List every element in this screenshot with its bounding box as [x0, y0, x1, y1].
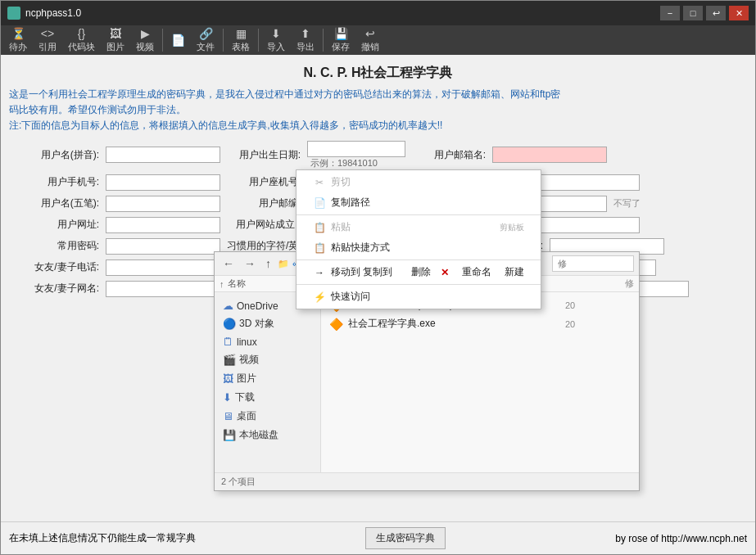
label-username: 用户名(拼音):	[9, 148, 99, 162]
fe-sidebar-images[interactable]: 🖼 图片	[218, 369, 317, 388]
fe-sidebar-video[interactable]: 🎬 视频	[218, 350, 317, 369]
rename-label: 重命名	[462, 265, 491, 279]
file1-date: 20	[565, 300, 631, 310]
fe-back-btn[interactable]: ←	[220, 256, 238, 271]
file2-date: 20	[565, 319, 631, 329]
delete-btn: 删除	[411, 265, 431, 279]
fe-forward-btn[interactable]: →	[241, 256, 259, 271]
input-wubi[interactable]	[106, 196, 220, 212]
fe-sidebar-downloads[interactable]: ⬇ 下载	[218, 388, 317, 407]
title-bar-text: ncphpass1.0	[25, 7, 660, 19]
toolbar-undo[interactable]: ↩ 撤销	[356, 26, 384, 54]
context-menu-cut[interactable]: ✂ 剪切	[297, 172, 541, 192]
label-website: 用户网址:	[9, 218, 99, 232]
input-common-pwd[interactable]	[106, 238, 220, 255]
context-menu-move-to[interactable]: → 移动到 复制到 删除 ✕ 重命名 新建	[297, 262, 541, 282]
fe-search-input[interactable]	[552, 255, 634, 272]
paste-shortcut-icon: 📋	[313, 242, 326, 254]
toolbar-codeblock-label: 代码块	[68, 41, 95, 53]
label-birthday: 用户出生日期:	[227, 148, 301, 162]
clipboard-label: 剪贴板	[500, 222, 524, 233]
file-icon: 📄	[171, 34, 185, 47]
bottom-right-text: by rose of http://www.ncph.net	[615, 533, 747, 544]
fe-sidebar-localdisk[interactable]: 💾 本地磁盘	[218, 426, 317, 444]
toolbar-file[interactable]: 📄	[166, 26, 190, 54]
toolbar-save-label: 保存	[332, 41, 350, 53]
fe-sidebar-linux[interactable]: 🗒 linux	[218, 333, 317, 350]
label-wife-netname: 女友/妻子网名:	[9, 282, 99, 296]
maximize-button[interactable]: □	[683, 6, 703, 20]
fe-up-btn[interactable]: ↑	[262, 256, 274, 271]
cut-icon: ✂	[313, 177, 326, 188]
undo-button[interactable]: ↩	[706, 6, 726, 20]
input-wife-netname[interactable]	[106, 281, 220, 297]
toolbar-image[interactable]: 🖼 图片	[102, 26, 129, 54]
context-menu-quick-access[interactable]: ⚡ 快速访问	[297, 287, 541, 307]
close-button[interactable]: ✕	[729, 6, 749, 20]
toolbar-network[interactable]: 🔗 文件	[192, 26, 220, 54]
input-username[interactable]	[106, 147, 220, 163]
fe-sidebar-3d[interactable]: 🔵 3D 对象	[218, 314, 317, 333]
fe-file-item-2[interactable]: 🔶 社会工程学字典.exe 20	[324, 314, 636, 333]
context-menu-copy-path[interactable]: 📄 复制路径	[297, 192, 541, 213]
label-wife-phone: 女友/妻子电话:	[9, 260, 99, 274]
linux-icon: 🗒	[223, 336, 233, 348]
new-folder-label: 新建	[505, 265, 524, 279]
undo-icon: ↩	[365, 27, 375, 40]
toolbar-export[interactable]: ⬆ 导出	[292, 26, 319, 54]
label-email: 用户邮箱名:	[412, 148, 486, 162]
toolbar-sep4	[323, 29, 324, 52]
image-icon: 🖼	[110, 27, 121, 40]
input-org[interactable]	[525, 217, 640, 233]
app-icon	[7, 7, 20, 20]
fe-sidebar-desktop[interactable]: 🖥 桌面	[218, 407, 317, 426]
toolbar-cite-label: 引用	[38, 41, 57, 53]
toolbar-table[interactable]: ▦ 表格	[227, 26, 255, 54]
video-icon: ▶	[141, 27, 150, 40]
fe-sidebar-video-label: 视频	[239, 353, 259, 367]
3d-icon: 🔵	[223, 318, 236, 330]
input-website[interactable]	[106, 217, 220, 233]
toolbar-pending[interactable]: ⏳ 待办	[4, 26, 32, 54]
info-line2: 码比较有用。希望仅作测试勿用于非法。	[9, 102, 747, 118]
input-phone[interactable]	[106, 174, 220, 191]
toolbar-video[interactable]: ▶ 视频	[131, 26, 159, 54]
file2-name: 社会工程学字典.exe	[348, 317, 560, 331]
paste-icon: 📋	[313, 222, 326, 233]
toolbar-cite[interactable]: <> 引用	[34, 26, 61, 54]
delete-x-icon: ✕	[441, 267, 449, 278]
bottom-bar: 在未填上述信息情况下仍能生成一常规字典 生成密码字典 by rose of ht…	[1, 521, 755, 554]
toolbar-import[interactable]: ⬇ 导入	[262, 26, 290, 54]
input-birthday[interactable]	[307, 141, 405, 157]
context-menu-paste-shortcut[interactable]: 📋 粘贴快捷方式	[297, 237, 541, 258]
toolbar-codeblock[interactable]: {} 代码块	[63, 26, 100, 54]
fe-sidebar-linux-label: linux	[237, 336, 257, 348]
main-window: ncphpass1.0 − □ ↩ ✕ ⏳ 待办 <> 引用 {} 代码块 🖼 …	[0, 0, 756, 555]
fe-tb-date-header: 修	[625, 278, 634, 290]
context-menu-paste[interactable]: 📋 粘贴 剪贴板	[297, 217, 541, 237]
fe-status-bar: 2 个项目	[215, 472, 639, 490]
generate-button[interactable]: 生成密码字典	[365, 527, 446, 549]
pending-icon: ⏳	[11, 27, 25, 40]
input-wife-phone[interactable]	[106, 259, 220, 276]
images-icon: 🖼	[223, 372, 233, 385]
context-menu: ✂ 剪切 📄 复制路径 📋 粘贴 剪贴板 📋 粘贴快捷方式	[296, 169, 541, 309]
context-menu-sep1	[297, 214, 541, 215]
copy-path-icon: 📄	[313, 197, 326, 209]
context-menu-overlay: ✂ 剪切 📄 复制路径 📋 粘贴 剪贴板 📋 粘贴快捷方式	[296, 169, 541, 309]
title-bar-buttons: − □ ↩ ✕	[660, 6, 749, 20]
fe-tb-name-header: ↑	[220, 279, 224, 289]
title-bar: ncphpass1.0 − □ ↩ ✕	[1, 1, 755, 25]
info-text: 这是一个利用社会工程学原理生成的密码字典，是我在入侵过程中通过对方的密码总结出来…	[9, 87, 747, 134]
toolbar-sep2	[223, 29, 224, 52]
input-email[interactable]	[492, 147, 607, 163]
quick-access-label: 快速访问	[331, 290, 370, 304]
fe-sidebar-3d-label: 3D 对象	[239, 317, 274, 331]
context-menu-sep3	[297, 284, 541, 285]
input-netname[interactable]	[525, 174, 640, 191]
toolbar-save[interactable]: 💾 保存	[327, 26, 355, 54]
minimize-button[interactable]: −	[660, 6, 680, 20]
content-area: N. C. P. H社会工程学字典 这是一个利用社会工程学原理生成的密码字典，是…	[1, 55, 755, 521]
toolbar-table-label: 表格	[232, 41, 250, 53]
label-postcode: 用户邮编:	[227, 196, 301, 210]
